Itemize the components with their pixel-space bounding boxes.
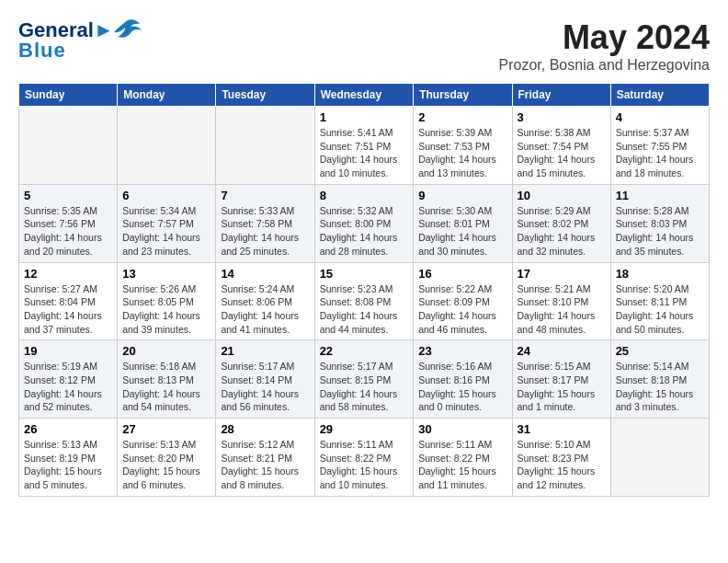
day-number: 10 <box>518 189 606 202</box>
day-info: Sunrise: 5:26 AM Sunset: 8:05 PM Dayligh… <box>122 282 210 337</box>
table-row <box>216 107 314 185</box>
table-row: 26Sunrise: 5:13 AM Sunset: 8:19 PM Dayli… <box>19 419 118 497</box>
day-info: Sunrise: 5:11 AM Sunset: 8:22 PM Dayligh… <box>418 438 506 492</box>
table-row: 15Sunrise: 5:23 AM Sunset: 8:08 PM Dayli… <box>314 262 414 340</box>
day-number: 26 <box>24 422 112 436</box>
day-number: 3 <box>518 110 606 124</box>
day-info: Sunrise: 5:37 AM Sunset: 7:55 PM Dayligh… <box>616 126 704 180</box>
header-sunday: Sunday <box>19 84 118 107</box>
table-row: 17Sunrise: 5:21 AM Sunset: 8:10 PM Dayli… <box>512 262 610 340</box>
day-info: Sunrise: 5:18 AM Sunset: 8:13 PM Dayligh… <box>122 360 210 414</box>
header-tuesday: Tuesday <box>216 84 314 107</box>
day-info: Sunrise: 5:34 AM Sunset: 7:57 PM Dayligh… <box>122 204 210 259</box>
logo: General► Blue <box>18 18 142 63</box>
day-number: 31 <box>518 422 606 436</box>
header-friday: Friday <box>512 84 610 107</box>
calendar-week-row: 26Sunrise: 5:13 AM Sunset: 8:19 PM Dayli… <box>19 419 710 497</box>
day-info: Sunrise: 5:11 AM Sunset: 8:22 PM Dayligh… <box>320 438 409 492</box>
day-number: 29 <box>320 422 409 436</box>
day-number: 17 <box>518 267 606 281</box>
day-info: Sunrise: 5:28 AM Sunset: 8:03 PM Dayligh… <box>616 204 704 259</box>
table-row: 8Sunrise: 5:32 AM Sunset: 8:00 PM Daylig… <box>314 184 414 262</box>
day-number: 30 <box>418 422 506 436</box>
table-row: 3Sunrise: 5:38 AM Sunset: 7:54 PM Daylig… <box>512 107 610 185</box>
day-number: 12 <box>24 267 112 281</box>
day-info: Sunrise: 5:38 AM Sunset: 7:54 PM Dayligh… <box>518 126 606 180</box>
day-number: 13 <box>122 267 210 281</box>
table-row <box>610 419 709 497</box>
table-row: 7Sunrise: 5:33 AM Sunset: 7:58 PM Daylig… <box>216 184 314 262</box>
day-number: 22 <box>320 344 409 358</box>
day-number: 5 <box>24 189 112 202</box>
day-info: Sunrise: 5:19 AM Sunset: 8:12 PM Dayligh… <box>24 360 112 414</box>
day-info: Sunrise: 5:27 AM Sunset: 8:04 PM Dayligh… <box>24 282 112 337</box>
day-number: 11 <box>616 189 704 202</box>
table-row: 27Sunrise: 5:13 AM Sunset: 8:20 PM Dayli… <box>118 419 216 497</box>
table-row: 14Sunrise: 5:24 AM Sunset: 8:06 PM Dayli… <box>216 262 314 340</box>
day-number: 19 <box>24 344 112 358</box>
day-info: Sunrise: 5:13 AM Sunset: 8:20 PM Dayligh… <box>122 438 210 492</box>
day-number: 20 <box>122 344 210 358</box>
table-row: 28Sunrise: 5:12 AM Sunset: 8:21 PM Dayli… <box>216 419 314 497</box>
day-number: 8 <box>320 189 409 202</box>
header-saturday: Saturday <box>610 84 709 107</box>
day-info: Sunrise: 5:23 AM Sunset: 8:08 PM Dayligh… <box>320 282 409 337</box>
table-row: 10Sunrise: 5:29 AM Sunset: 8:02 PM Dayli… <box>512 184 610 262</box>
day-info: Sunrise: 5:39 AM Sunset: 7:53 PM Dayligh… <box>418 126 506 180</box>
table-row: 24Sunrise: 5:15 AM Sunset: 8:17 PM Dayli… <box>512 340 610 419</box>
title-area: May 2024 Prozor, Bosnia and Herzegovina <box>499 18 710 74</box>
calendar-week-row: 12Sunrise: 5:27 AM Sunset: 8:04 PM Dayli… <box>19 262 710 340</box>
table-row: 20Sunrise: 5:18 AM Sunset: 8:13 PM Dayli… <box>118 340 216 419</box>
day-info: Sunrise: 5:13 AM Sunset: 8:19 PM Dayligh… <box>24 438 112 492</box>
table-row <box>19 107 118 185</box>
header-wednesday: Wednesday <box>314 84 414 107</box>
day-info: Sunrise: 5:33 AM Sunset: 7:58 PM Dayligh… <box>221 204 309 259</box>
day-number: 9 <box>418 189 506 202</box>
table-row: 12Sunrise: 5:27 AM Sunset: 8:04 PM Dayli… <box>19 262 118 340</box>
day-number: 28 <box>221 422 309 436</box>
day-info: Sunrise: 5:16 AM Sunset: 8:16 PM Dayligh… <box>418 360 506 414</box>
calendar-week-row: 1Sunrise: 5:41 AM Sunset: 7:51 PM Daylig… <box>19 107 710 185</box>
table-row: 1Sunrise: 5:41 AM Sunset: 7:51 PM Daylig… <box>314 107 414 185</box>
table-row: 13Sunrise: 5:26 AM Sunset: 8:05 PM Dayli… <box>118 262 216 340</box>
calendar-week-row: 5Sunrise: 5:35 AM Sunset: 7:56 PM Daylig… <box>19 184 710 262</box>
day-info: Sunrise: 5:24 AM Sunset: 8:06 PM Dayligh… <box>221 282 309 337</box>
location-subtitle: Prozor, Bosnia and Herzegovina <box>499 57 710 74</box>
day-number: 25 <box>616 344 704 358</box>
day-number: 18 <box>616 267 704 281</box>
header-thursday: Thursday <box>414 84 512 107</box>
day-info: Sunrise: 5:12 AM Sunset: 8:21 PM Dayligh… <box>221 438 309 492</box>
day-number: 4 <box>616 110 704 124</box>
day-info: Sunrise: 5:41 AM Sunset: 7:51 PM Dayligh… <box>320 126 409 180</box>
day-info: Sunrise: 5:17 AM Sunset: 8:15 PM Dayligh… <box>320 360 409 414</box>
table-row: 16Sunrise: 5:22 AM Sunset: 8:09 PM Dayli… <box>414 262 512 340</box>
table-row: 6Sunrise: 5:34 AM Sunset: 7:57 PM Daylig… <box>118 184 216 262</box>
table-row: 25Sunrise: 5:14 AM Sunset: 8:18 PM Dayli… <box>610 340 709 419</box>
calendar-week-row: 19Sunrise: 5:19 AM Sunset: 8:12 PM Dayli… <box>19 340 710 419</box>
header-monday: Monday <box>118 84 216 107</box>
day-number: 2 <box>418 110 506 124</box>
day-info: Sunrise: 5:30 AM Sunset: 8:01 PM Dayligh… <box>418 204 506 259</box>
table-row <box>118 107 216 185</box>
day-info: Sunrise: 5:20 AM Sunset: 8:11 PM Dayligh… <box>616 282 704 337</box>
day-info: Sunrise: 5:21 AM Sunset: 8:10 PM Dayligh… <box>518 282 606 337</box>
day-info: Sunrise: 5:17 AM Sunset: 8:14 PM Dayligh… <box>221 360 309 414</box>
day-number: 27 <box>122 422 210 436</box>
table-row: 21Sunrise: 5:17 AM Sunset: 8:14 PM Dayli… <box>216 340 314 419</box>
table-row: 30Sunrise: 5:11 AM Sunset: 8:22 PM Dayli… <box>414 419 512 497</box>
day-info: Sunrise: 5:22 AM Sunset: 8:09 PM Dayligh… <box>418 282 506 337</box>
day-number: 21 <box>221 344 309 358</box>
day-number: 16 <box>418 267 506 281</box>
table-row: 5Sunrise: 5:35 AM Sunset: 7:56 PM Daylig… <box>19 184 118 262</box>
table-row: 31Sunrise: 5:10 AM Sunset: 8:23 PM Dayli… <box>512 419 610 497</box>
table-row: 29Sunrise: 5:11 AM Sunset: 8:22 PM Dayli… <box>314 419 414 497</box>
day-number: 24 <box>518 344 606 358</box>
day-number: 6 <box>122 189 210 202</box>
day-info: Sunrise: 5:14 AM Sunset: 8:18 PM Dayligh… <box>616 360 704 414</box>
day-number: 23 <box>418 344 506 358</box>
day-info: Sunrise: 5:35 AM Sunset: 7:56 PM Dayligh… <box>24 204 112 259</box>
day-number: 7 <box>221 189 309 202</box>
calendar-header-row: Sunday Monday Tuesday Wednesday Thursday… <box>19 84 710 107</box>
day-info: Sunrise: 5:29 AM Sunset: 8:02 PM Dayligh… <box>518 204 606 259</box>
table-row: 23Sunrise: 5:16 AM Sunset: 8:16 PM Dayli… <box>414 340 512 419</box>
